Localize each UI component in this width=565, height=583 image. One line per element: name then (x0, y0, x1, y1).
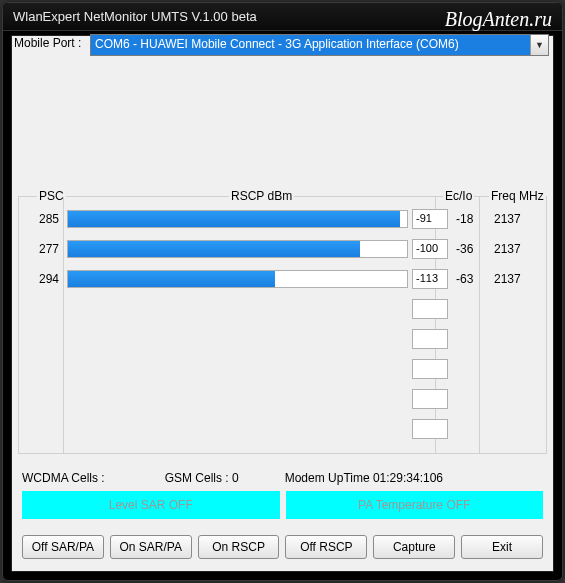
chevron-down-icon[interactable]: ▼ (530, 35, 548, 55)
rscp-value (412, 329, 448, 349)
status-row: WCDMA Cells : GSM Cells : 0 Modem UpTime… (22, 471, 543, 485)
psc-value: 285 (23, 212, 63, 226)
wcdma-cells-label: WCDMA Cells : (22, 471, 105, 485)
indicator-row: Level SAR OFF PA Temperature OFF (22, 491, 543, 519)
rscp-value (412, 419, 448, 439)
rscp-value: -91 (412, 209, 448, 229)
ecio-value: -18 (448, 212, 488, 226)
app-window: WlanExpert NetMonitor UMTS V.1.00 beta B… (2, 2, 563, 581)
signal-row (23, 297, 542, 321)
rscp-value (412, 299, 448, 319)
gsm-cells-label: GSM Cells : 0 (165, 471, 239, 485)
rscp-bar-fill (68, 211, 400, 227)
signal-row (23, 387, 542, 411)
col-header-ecio: Ec/Io (443, 189, 474, 203)
rscp-bar (67, 210, 408, 228)
rscp-value (412, 389, 448, 409)
signal-row: 285-91-182137 (23, 207, 542, 231)
button-row: Off SAR/PA On SAR/PA On RSCP Off RSCP Ca… (22, 535, 543, 559)
divider (479, 197, 480, 453)
rscp-value: -100 (412, 239, 448, 259)
freq-value: 2137 (488, 272, 542, 286)
rscp-bar-fill (68, 271, 275, 287)
modem-uptime-label: Modem UpTime 01:29:34:106 (285, 471, 443, 485)
rscp-value (412, 359, 448, 379)
on-rscp-button[interactable]: On RSCP (198, 535, 280, 559)
ecio-value: -63 (448, 272, 488, 286)
divider (435, 197, 436, 453)
signal-grid: PSC RSCP dBm Ec/Io Freq MHz 285-91-18213… (18, 196, 547, 454)
signal-row: 277-100-362137 (23, 237, 542, 261)
capture-button[interactable]: Capture (373, 535, 455, 559)
ecio-value: -36 (448, 242, 488, 256)
port-selected-value: COM6 - HUAWEI Mobile Connect - 3G Applic… (91, 35, 530, 55)
level-sar-indicator: Level SAR OFF (22, 491, 280, 519)
rscp-bar-fill (68, 241, 360, 257)
freq-value: 2137 (488, 242, 542, 256)
col-header-freq: Freq MHz (489, 189, 546, 203)
psc-value: 277 (23, 242, 63, 256)
signal-row (23, 327, 542, 351)
watermark: BlogAnten.ru (445, 5, 552, 33)
rscp-bar (67, 270, 408, 288)
on-sar-pa-button[interactable]: On SAR/PA (110, 535, 192, 559)
port-select[interactable]: COM6 - HUAWEI Mobile Connect - 3G Applic… (90, 34, 549, 56)
col-header-rscp: RSCP dBm (229, 189, 294, 203)
psc-value: 294 (23, 272, 63, 286)
col-header-psc: PSC (37, 189, 66, 203)
off-sar-pa-button[interactable]: Off SAR/PA (22, 535, 104, 559)
port-group: Mobile Port : COM6 - HUAWEI Mobile Conne… (12, 36, 553, 62)
off-rscp-button[interactable]: Off RSCP (285, 535, 367, 559)
signal-row (23, 417, 542, 441)
window-title: WlanExpert NetMonitor UMTS V.1.00 beta (13, 9, 257, 24)
signal-row: 294-113-632137 (23, 267, 542, 291)
client-area: Mobile Port : COM6 - HUAWEI Mobile Conne… (11, 35, 554, 572)
pa-temperature-indicator: PA Temperature OFF (286, 491, 544, 519)
rscp-value: -113 (412, 269, 448, 289)
rscp-bar (67, 240, 408, 258)
exit-button[interactable]: Exit (461, 535, 543, 559)
signal-row (23, 357, 542, 381)
port-label: Mobile Port : (14, 36, 81, 50)
freq-value: 2137 (488, 212, 542, 226)
divider (63, 197, 64, 453)
